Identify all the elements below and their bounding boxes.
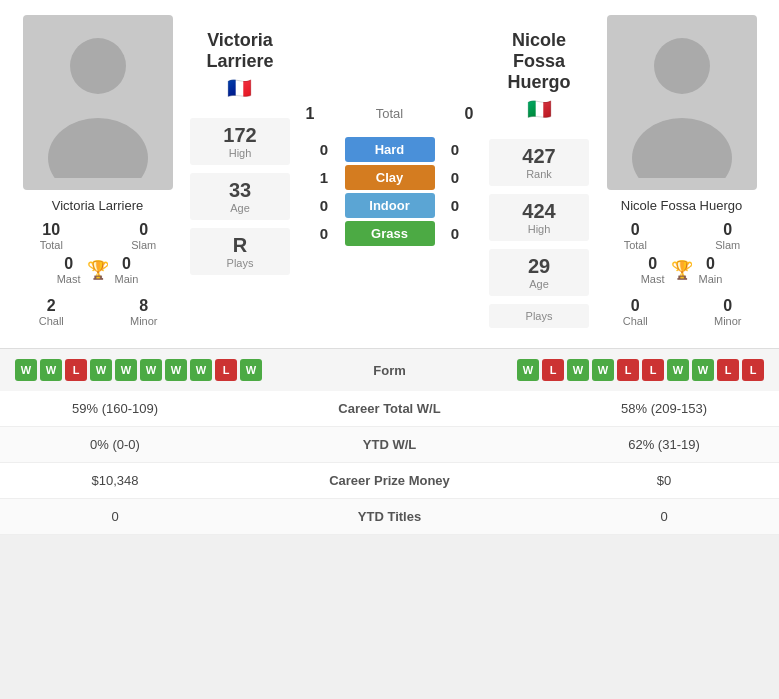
right-bottom-stats: 0 Chall 0 Minor	[594, 297, 769, 327]
right-slam-value: 0	[687, 221, 770, 239]
right-age-block: 29 Age	[489, 249, 589, 296]
left-player-name: Victoria Larriere	[52, 198, 144, 213]
right-plays-label: Plays	[489, 310, 589, 322]
left-high-label: High	[190, 147, 290, 159]
form-badge-left-1: W	[40, 359, 62, 381]
left-mast-label: Mast	[57, 273, 81, 285]
right-trophy-icon: 🏆	[671, 259, 693, 281]
form-section: WWLWWWWWLW Form WLWWLLWWLL	[0, 348, 779, 391]
form-badge-left-0: W	[15, 359, 37, 381]
surface-btn-hard[interactable]: Hard	[345, 137, 435, 162]
left-main-cell: 0 Main	[115, 255, 139, 285]
right-rank-value: 427	[489, 145, 589, 168]
svg-point-0	[70, 38, 126, 94]
right-chall-value: 0	[594, 297, 677, 315]
stat-left-1: 0% (0-0)	[0, 427, 230, 463]
left-trophy-row: 0 Mast 🏆 0 Main	[10, 255, 185, 285]
left-mast-cell: 0 Mast	[57, 255, 81, 285]
form-badge-right-1: L	[542, 359, 564, 381]
stats-tbody: 59% (160-109) Career Total W/L 58% (209-…	[0, 391, 779, 535]
form-badge-right-4: L	[617, 359, 639, 381]
form-badge-right-9: L	[742, 359, 764, 381]
surface-score-right-2: 0	[443, 197, 468, 214]
surface-score-right-1: 0	[443, 169, 468, 186]
right-player-name: Nicole Fossa Huergo	[621, 198, 742, 213]
left-total-label: Total	[10, 239, 93, 251]
svg-point-2	[654, 38, 710, 94]
form-label: Form	[340, 363, 440, 378]
left-total-value: 10	[10, 221, 93, 239]
right-age-value: 29	[489, 255, 589, 278]
surface-btn-indoor[interactable]: Indoor	[345, 193, 435, 218]
surface-score-left-3: 0	[312, 225, 337, 242]
left-player-header: VictoriaLarriere 🇫🇷	[206, 25, 273, 110]
right-slam-label: Slam	[687, 239, 770, 251]
surface-score-left-1: 1	[312, 169, 337, 186]
right-mast-value: 0	[641, 255, 665, 273]
table-row: 0 YTD Titles 0	[0, 499, 779, 535]
left-high-value: 172	[190, 124, 290, 147]
surface-score-left-0: 0	[312, 141, 337, 158]
right-age-label: Age	[489, 278, 589, 290]
total-label: Total	[335, 106, 444, 121]
right-minor-cell: 0 Minor	[687, 297, 770, 327]
right-total-label: Total	[594, 239, 677, 251]
right-slam-cell: 0 Slam	[687, 221, 770, 251]
left-plays-value: R	[190, 234, 290, 257]
right-player-stats: 0 Total 0 Slam	[594, 221, 769, 251]
right-mast-label: Mast	[641, 273, 665, 285]
left-plays-label: Plays	[190, 257, 290, 269]
form-badge-left-5: W	[140, 359, 162, 381]
total-score-right: 0	[454, 105, 484, 123]
form-left-badges: WWLWWWWWLW	[15, 359, 335, 381]
right-high-label: High	[489, 223, 589, 235]
right-minor-label: Minor	[687, 315, 770, 327]
stat-label-1: YTD W/L	[230, 427, 549, 463]
form-badge-left-4: W	[115, 359, 137, 381]
total-score-left: 1	[295, 105, 325, 123]
form-badge-left-3: W	[90, 359, 112, 381]
left-age-value: 33	[190, 179, 290, 202]
svg-point-1	[48, 118, 148, 178]
form-badge-left-8: L	[215, 359, 237, 381]
left-main-label: Main	[115, 273, 139, 285]
surface-score-right-0: 0	[443, 141, 468, 158]
right-player-avatar	[607, 15, 757, 190]
right-flag: 🇮🇹	[489, 97, 589, 121]
left-age-block: 33 Age	[190, 173, 290, 220]
left-slam-value: 0	[103, 221, 186, 239]
form-badge-right-2: W	[567, 359, 589, 381]
form-badge-right-3: W	[592, 359, 614, 381]
left-player-card: Victoria Larriere 10 Total 0 Slam 0 Mast…	[10, 15, 185, 338]
right-main-value: 0	[699, 255, 723, 273]
left-mast-value: 0	[57, 255, 81, 273]
right-chall-cell: 0 Chall	[594, 297, 677, 327]
left-chall-label: Chall	[10, 315, 93, 327]
right-plays-block: Plays	[489, 304, 589, 328]
form-badge-left-9: W	[240, 359, 262, 381]
left-bottom-stats: 2 Chall 8 Minor	[10, 297, 185, 327]
left-chall-cell: 2 Chall	[10, 297, 93, 327]
left-chall-value: 2	[10, 297, 93, 315]
stat-left-3: 0	[0, 499, 230, 535]
surface-btn-clay[interactable]: Clay	[345, 165, 435, 190]
form-right-badges: WLWWLLWWLL	[445, 359, 765, 381]
stats-table: 59% (160-109) Career Total W/L 58% (209-…	[0, 391, 779, 535]
stat-right-2: $0	[549, 463, 779, 499]
left-player-stats: 10 Total 0 Slam	[10, 221, 185, 251]
left-main-value: 0	[115, 255, 139, 273]
right-total-cell: 0 Total	[594, 221, 677, 251]
left-plays-block: R Plays	[190, 228, 290, 275]
right-main-cell: 0 Main	[699, 255, 723, 285]
surface-btn-grass[interactable]: Grass	[345, 221, 435, 246]
left-player-avatar	[23, 15, 173, 190]
center-col: 1 Total 0 0 Hard 0 1 Clay 0 0 Indoor 0 0…	[295, 15, 484, 338]
form-badge-right-0: W	[517, 359, 539, 381]
surface-row-grass: 0 Grass 0	[312, 221, 468, 246]
stat-left-2: $10,348	[0, 463, 230, 499]
surface-score-right-3: 0	[443, 225, 468, 242]
stat-label-2: Career Prize Money	[230, 463, 549, 499]
left-slam-label: Slam	[103, 239, 186, 251]
form-badge-left-7: W	[190, 359, 212, 381]
stat-right-1: 62% (31-19)	[549, 427, 779, 463]
